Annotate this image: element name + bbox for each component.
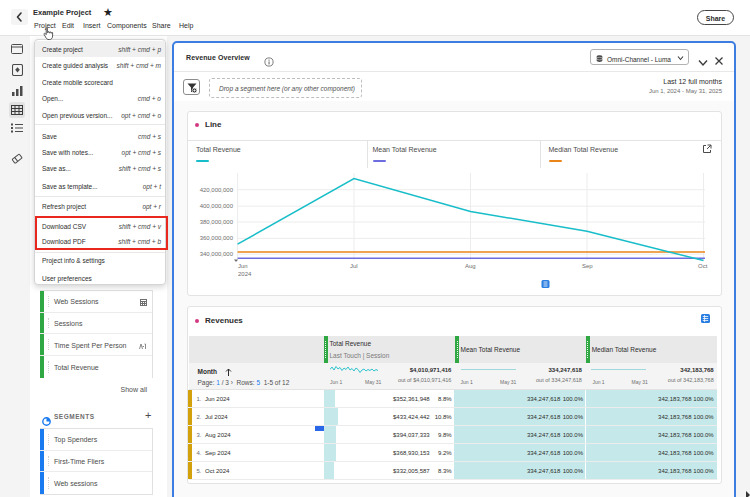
svg-text:Jun: Jun (238, 263, 248, 269)
svg-text:380,000,000: 380,000,000 (200, 219, 234, 225)
svg-text:420,000,000: 420,000,000 (200, 187, 234, 193)
svg-text:400,000,000: 400,000,000 (200, 203, 234, 209)
svg-text:Jul: Jul (350, 263, 358, 269)
svg-text:Sep: Sep (582, 263, 593, 269)
svg-text:2024: 2024 (238, 271, 252, 277)
svg-text:Aug: Aug (465, 263, 476, 269)
svg-text:360,000,000: 360,000,000 (200, 235, 234, 241)
svg-text:Oct: Oct (698, 263, 708, 269)
svg-text:340,000,000: 340,000,000 (200, 251, 234, 257)
